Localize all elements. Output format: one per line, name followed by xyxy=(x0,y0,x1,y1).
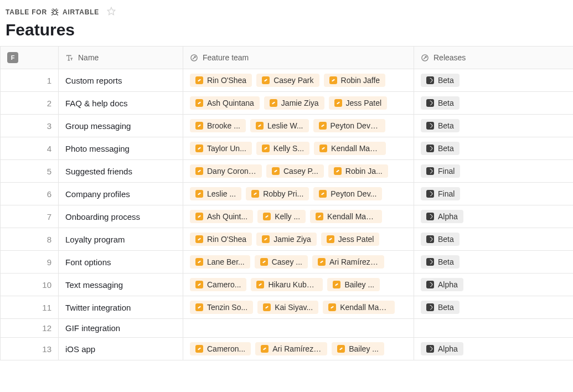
team-member-tag[interactable]: Tenzin So... xyxy=(190,301,253,314)
cell-feature-team[interactable]: Camero...Hikaru Kubo-K...Bailey ... xyxy=(183,274,414,296)
team-member-tag[interactable]: Robby Pri... xyxy=(246,187,309,200)
cell-name[interactable]: Suggested friends xyxy=(59,160,183,183)
column-header-releases[interactable]: Releases xyxy=(414,47,574,69)
release-tag[interactable]: Beta xyxy=(421,233,460,246)
team-member-tag[interactable]: Cameron... xyxy=(190,342,251,355)
team-member-tag[interactable]: Bailey ... xyxy=(332,342,384,355)
team-member-tag[interactable]: Hikaru Kubo-K... xyxy=(251,278,323,291)
team-member-tag[interactable]: Robin Jaffe xyxy=(324,74,386,87)
cell-name[interactable]: GIF integration xyxy=(59,319,183,338)
table-row[interactable]: 2FAQ & help docsAsh QuintanaJamie ZiyaJe… xyxy=(1,92,574,115)
cell-name[interactable]: FAQ & help docs xyxy=(59,92,183,115)
table-row[interactable]: 5Suggested friendsDany Corona...Casey P.… xyxy=(1,160,574,183)
cell-name[interactable]: Loyalty program xyxy=(59,228,183,251)
cell-feature-team[interactable]: Leslie ...Robby Pri...Peyton Dev... xyxy=(183,183,414,205)
cell-name[interactable]: Custom reports xyxy=(59,69,183,92)
table-row[interactable]: 1Custom reportsRin O'SheaCasey ParkRobin… xyxy=(1,69,574,92)
team-member-tag[interactable]: Ari Ramírez-M... xyxy=(312,255,384,269)
table-row[interactable]: 4Photo messagingTaylor Un...Kelly S...Ke… xyxy=(1,137,574,160)
cell-name[interactable]: Group messaging xyxy=(59,115,183,137)
team-member-tag[interactable]: Peyton Dever... xyxy=(313,119,385,132)
team-member-tag[interactable]: Kelly S... xyxy=(256,142,309,155)
table-row[interactable]: 10Text messagingCamero...Hikaru Kubo-K..… xyxy=(1,274,574,296)
team-member-tag[interactable]: Leslie W... xyxy=(250,119,309,132)
breadcrumb-target[interactable]: AIRTABLE xyxy=(63,8,99,16)
team-member-tag[interactable]: Leslie ... xyxy=(190,187,241,200)
release-tag[interactable]: Alpha xyxy=(421,342,463,355)
cell-name[interactable]: Onboarding process xyxy=(59,205,183,228)
team-member-tag[interactable]: Robin Ja... xyxy=(328,164,388,178)
cell-feature-team[interactable]: Dany Corona...Casey P...Robin Ja... xyxy=(183,160,414,183)
column-header-index[interactable]: F xyxy=(1,47,59,69)
release-tag[interactable]: Beta xyxy=(421,119,460,132)
table-row[interactable]: 3Group messagingBrooke ...Leslie W...Pey… xyxy=(1,115,574,137)
column-header-team[interactable]: Feature team xyxy=(183,47,414,69)
cell-releases[interactable]: Beta xyxy=(414,296,574,319)
cell-feature-team[interactable]: Ash Quint...Kelly ...Kendall Mahd... xyxy=(183,205,414,228)
cell-releases[interactable]: Alpha xyxy=(414,338,574,360)
team-member-tag[interactable]: Camero... xyxy=(190,278,246,291)
cell-name[interactable]: Text messaging xyxy=(59,274,183,296)
column-header-name[interactable]: Name xyxy=(59,47,183,69)
cell-releases[interactable]: Beta xyxy=(414,228,574,251)
team-member-tag[interactable]: Ash Quint... xyxy=(190,210,253,223)
table-row[interactable]: 8Loyalty programRin O'SheaJamie ZiyaJess… xyxy=(1,228,574,251)
team-member-tag[interactable]: Kai Siyav... xyxy=(257,301,318,314)
table-row[interactable]: 11Twitter integrationTenzin So...Kai Siy… xyxy=(1,296,574,319)
release-tag[interactable]: Alpha xyxy=(421,278,463,291)
release-tag[interactable]: Beta xyxy=(421,74,460,87)
release-tag[interactable]: Beta xyxy=(421,301,460,314)
cell-name[interactable]: Company profiles xyxy=(59,183,183,205)
cell-feature-team[interactable] xyxy=(183,319,414,338)
cell-releases[interactable]: Beta xyxy=(414,69,574,92)
cell-releases[interactable]: Alpha xyxy=(414,205,574,228)
team-member-tag[interactable]: Peyton Dev... xyxy=(313,187,382,200)
team-member-tag[interactable]: Rin O'Shea xyxy=(190,233,252,246)
team-member-tag[interactable]: Kelly ... xyxy=(257,210,306,223)
release-tag[interactable]: Final xyxy=(421,187,460,200)
team-member-tag[interactable]: Kendall Mah... xyxy=(323,301,395,314)
table-row[interactable]: 12GIF integration xyxy=(1,319,574,338)
cell-releases[interactable]: Beta xyxy=(414,92,574,115)
team-member-tag[interactable]: Lane Ber... xyxy=(190,255,250,269)
cell-releases[interactable]: Alpha xyxy=(414,274,574,296)
release-tag[interactable]: Alpha xyxy=(421,210,463,223)
cell-name[interactable]: Photo messaging xyxy=(59,137,183,160)
release-tag[interactable]: Beta xyxy=(421,255,460,269)
cell-name[interactable]: iOS app xyxy=(59,338,183,360)
cell-feature-team[interactable]: Brooke ...Leslie W...Peyton Dever... xyxy=(183,115,414,137)
team-member-tag[interactable]: Jess Patel xyxy=(321,233,380,246)
cell-releases[interactable]: Beta xyxy=(414,137,574,160)
team-member-tag[interactable]: Jamie Ziya xyxy=(264,96,324,110)
release-tag[interactable]: Beta xyxy=(421,142,460,155)
table-row[interactable]: 13iOS appCameron...Ari Ramírez-...Bailey… xyxy=(1,338,574,360)
cell-name[interactable]: Twitter integration xyxy=(59,296,183,319)
release-tag[interactable]: Final xyxy=(421,164,460,178)
team-member-tag[interactable]: Ari Ramírez-... xyxy=(255,342,327,355)
team-member-tag[interactable]: Casey ... xyxy=(255,255,308,269)
cell-feature-team[interactable]: Tenzin So...Kai Siyav...Kendall Mah... xyxy=(183,296,414,319)
team-member-tag[interactable]: Ash Quintana xyxy=(190,96,260,110)
star-icon[interactable] xyxy=(107,7,116,17)
team-member-tag[interactable]: Taylor Un... xyxy=(190,142,252,155)
cell-feature-team[interactable]: Rin O'SheaJamie ZiyaJess Patel xyxy=(183,228,414,251)
team-member-tag[interactable]: Kendall Mahd... xyxy=(310,210,382,223)
cell-releases[interactable]: Beta xyxy=(414,251,574,274)
team-member-tag[interactable]: Jess Patel xyxy=(329,96,388,110)
cell-feature-team[interactable]: Cameron...Ari Ramírez-...Bailey ... xyxy=(183,338,414,360)
team-member-tag[interactable]: Casey Park xyxy=(256,74,319,87)
cell-releases[interactable]: Beta xyxy=(414,115,574,137)
team-member-tag[interactable]: Rin O'Shea xyxy=(190,74,252,87)
cell-releases[interactable] xyxy=(414,319,574,338)
table-row[interactable]: 7Onboarding processAsh Quint...Kelly ...… xyxy=(1,205,574,228)
cell-feature-team[interactable]: Taylor Un...Kelly S...Kendall Mahd... xyxy=(183,137,414,160)
table-row[interactable]: 9Font optionsLane Ber...Casey ...Ari Ram… xyxy=(1,251,574,274)
cell-releases[interactable]: Final xyxy=(414,160,574,183)
team-member-tag[interactable]: Bailey ... xyxy=(327,278,380,291)
team-member-tag[interactable]: Casey P... xyxy=(266,164,324,178)
release-tag[interactable]: Beta xyxy=(421,96,460,110)
table-row[interactable]: 6Company profilesLeslie ...Robby Pri...P… xyxy=(1,183,574,205)
cell-feature-team[interactable]: Rin O'SheaCasey ParkRobin Jaffe xyxy=(183,69,414,92)
team-member-tag[interactable]: Dany Corona... xyxy=(190,164,262,178)
cell-feature-team[interactable]: Ash QuintanaJamie ZiyaJess Patel xyxy=(183,92,414,115)
